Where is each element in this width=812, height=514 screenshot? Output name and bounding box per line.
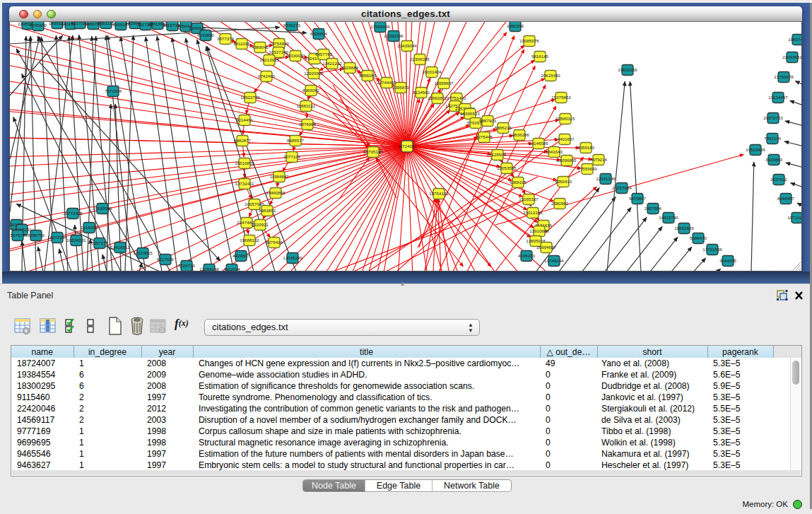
svg-text:9958289: 9958289 [359, 73, 377, 78]
svg-text:16213925: 16213925 [259, 57, 279, 62]
svg-text:5188470: 5188470 [690, 235, 707, 240]
svg-text:2876966: 2876966 [299, 122, 317, 127]
svg-text:9875847: 9875847 [629, 196, 647, 201]
svg-text:6217026: 6217026 [157, 257, 175, 262]
svg-text:10334531: 10334531 [66, 238, 86, 243]
svg-text:8359183: 8359183 [577, 145, 595, 150]
svg-text:8806804: 8806804 [310, 31, 328, 36]
svg-text:8369062: 8369062 [302, 88, 320, 93]
svg-text:13910648: 13910648 [529, 228, 549, 233]
svg-text:8029889: 8029889 [341, 65, 359, 70]
svg-text:19085076: 19085076 [519, 38, 539, 43]
svg-text:16705148: 16705148 [363, 149, 383, 154]
svg-text:16510878: 16510878 [235, 160, 254, 165]
svg-text:8685577: 8685577 [287, 138, 305, 143]
svg-text:8224730: 8224730 [178, 263, 196, 268]
svg-text:3395870: 3395870 [392, 85, 410, 90]
svg-text:6457765: 6457765 [315, 52, 333, 57]
svg-text:16396513: 16396513 [460, 111, 480, 116]
svg-text:3677374: 3677374 [217, 36, 235, 41]
svg-text:20580115: 20580115 [555, 116, 575, 121]
svg-text:9816145: 9816145 [531, 54, 549, 59]
svg-text:15180586: 15180586 [93, 206, 112, 211]
svg-text:17956909: 17956909 [370, 24, 390, 29]
svg-text:1890399: 1890399 [507, 23, 524, 28]
svg-text:11881122: 11881122 [297, 103, 316, 108]
svg-text:13754919: 13754919 [269, 41, 289, 46]
svg-text:20994697: 20994697 [536, 245, 556, 250]
svg-text:19832259: 19832259 [618, 67, 637, 72]
svg-text:16415740: 16415740 [659, 215, 678, 220]
svg-text:11584847: 11584847 [269, 174, 289, 179]
svg-text:22053595: 22053595 [497, 165, 517, 170]
svg-text:9275445: 9275445 [476, 134, 493, 139]
svg-text:5685216: 5685216 [495, 125, 512, 130]
svg-text:4050413: 4050413 [555, 179, 572, 184]
svg-text:21754078: 21754078 [774, 74, 794, 79]
svg-text:4429607: 4429607 [233, 253, 250, 258]
svg-text:8811165: 8811165 [233, 41, 250, 46]
svg-text:22744459: 22744459 [377, 80, 396, 85]
svg-text:4679214: 4679214 [590, 157, 608, 162]
svg-text:7452134: 7452134 [764, 136, 782, 141]
svg-text:17559643: 17559643 [577, 166, 597, 171]
svg-text:14401657: 14401657 [555, 136, 575, 141]
svg-text:21200396: 21200396 [384, 33, 404, 38]
svg-text:15076749: 15076749 [10, 233, 28, 238]
svg-text:19836388: 19836388 [510, 132, 529, 137]
svg-text:6742460: 6742460 [258, 74, 276, 78]
svg-text:8646997: 8646997 [777, 196, 795, 201]
svg-text:18754131: 18754131 [429, 191, 449, 196]
svg-text:22306335: 22306335 [410, 57, 430, 62]
svg-text:3220921: 3220921 [252, 222, 269, 227]
svg-text:16072954: 16072954 [47, 235, 67, 240]
svg-text:6482877: 6482877 [234, 138, 252, 143]
svg-text:6357277: 6357277 [91, 240, 109, 245]
svg-text:13732411: 13732411 [235, 181, 254, 186]
svg-text:8336273: 8336273 [283, 23, 301, 28]
svg-text:4389045: 4389045 [252, 45, 269, 49]
svg-text:14460856: 14460856 [266, 190, 286, 195]
svg-text:21257684: 21257684 [612, 185, 632, 190]
svg-text:4143890: 4143890 [197, 33, 215, 37]
svg-text:10710248: 10710248 [787, 215, 802, 220]
svg-text:5641643: 5641643 [546, 149, 563, 154]
svg-text:4245263: 4245263 [518, 253, 536, 258]
svg-text:21012166: 21012166 [523, 210, 543, 215]
svg-text:6368105: 6368105 [510, 180, 527, 185]
svg-text:2537611: 2537611 [770, 177, 787, 182]
svg-text:9214491: 9214491 [236, 117, 254, 122]
svg-text:12541238: 12541238 [596, 176, 616, 181]
svg-text:22093651: 22093651 [782, 54, 802, 59]
svg-text:18922760: 18922760 [240, 95, 260, 100]
svg-text:15375853: 15375853 [551, 95, 571, 100]
svg-text:13748244: 13748244 [544, 258, 564, 263]
svg-text:22330030: 22330030 [286, 53, 305, 58]
svg-text:10837430: 10837430 [788, 37, 802, 42]
svg-text:19523409: 19523409 [746, 147, 765, 152]
svg-text:9887903: 9887903 [479, 118, 497, 123]
svg-text:13701506: 13701506 [702, 247, 722, 252]
svg-text:20772475: 20772475 [63, 211, 83, 216]
svg-text:1218062: 1218062 [81, 225, 98, 230]
svg-text:12920906: 12920906 [304, 71, 324, 76]
svg-text:2077105: 2077105 [283, 154, 301, 159]
svg-text:22992872: 22992872 [428, 95, 447, 100]
svg-text:3333883: 3333883 [765, 157, 783, 162]
svg-text:12294238: 12294238 [199, 267, 219, 271]
svg-text:10323815: 10323815 [133, 250, 153, 255]
svg-text:8079409: 8079409 [266, 240, 283, 245]
svg-text:20372723: 20372723 [763, 115, 783, 120]
svg-text:20031404: 20031404 [422, 69, 442, 74]
svg-text:2457954: 2457954 [645, 206, 662, 211]
svg-text:11558837: 11558837 [434, 81, 454, 86]
svg-text:18096865: 18096865 [557, 158, 577, 163]
svg-text:13146585: 13146585 [529, 141, 548, 146]
svg-text:17751421: 17751421 [447, 95, 466, 100]
svg-text:13134457: 13134457 [768, 95, 788, 100]
svg-text:9983893: 9983893 [259, 208, 276, 213]
svg-text:7671884: 7671884 [105, 88, 122, 93]
svg-text:13421212: 13421212 [322, 61, 342, 66]
svg-text:4735650: 4735650 [30, 23, 47, 28]
svg-text:21439044: 21439044 [397, 43, 417, 48]
